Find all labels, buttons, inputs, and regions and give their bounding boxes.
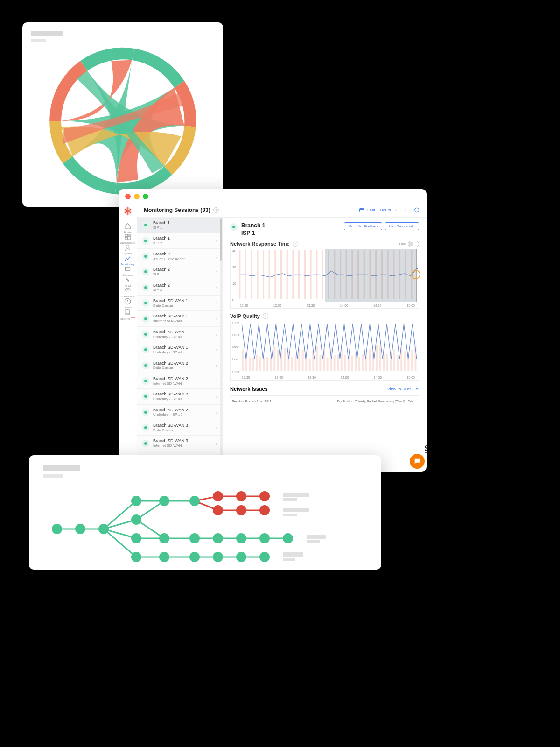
sidenav-item-reports[interactable]: ReportsNEW xyxy=(121,309,135,320)
session-list-item[interactable]: Branch SD-WAN 1Internet SD-WAN› xyxy=(137,311,222,326)
svg-rect-62 xyxy=(351,355,353,371)
sessions-scrollbar[interactable] xyxy=(220,218,222,472)
svg-rect-52 xyxy=(316,346,318,371)
chevron-right-icon: › xyxy=(216,238,217,244)
svg-rect-75 xyxy=(397,355,399,371)
svg-rect-57 xyxy=(334,355,336,371)
chevron-right-icon: › xyxy=(216,425,217,430)
session-name: Branch SD-WAN 1 xyxy=(153,314,216,319)
chevron-right-icon: › xyxy=(216,409,217,415)
session-list-item[interactable]: Branch SD-WAN 3Internet SD-WAN› xyxy=(137,436,222,451)
session-list-item[interactable]: Branch 2ISP 2› xyxy=(137,280,222,296)
session-list-item[interactable]: Branch SD-WAN 3Data Center› xyxy=(137,420,222,436)
session-name: Branch 2 xyxy=(153,283,216,288)
skeleton-label xyxy=(307,535,326,539)
session-name: Branch 2 xyxy=(153,252,216,257)
sidenav-item-agents[interactable]: Agents xyxy=(121,244,135,255)
svg-rect-0 xyxy=(359,209,364,212)
session-name: Branch SD-WAN 1 xyxy=(153,330,216,335)
svg-rect-50 xyxy=(309,359,311,371)
session-sub: Internet SD-WAN xyxy=(153,319,216,324)
sidenav-item-dashboards[interactable]: Dashboards xyxy=(121,233,135,244)
svg-point-121 xyxy=(213,491,223,501)
live-toggle[interactable] xyxy=(408,241,419,247)
skeleton-title xyxy=(43,465,80,471)
window-maximize-dot[interactable] xyxy=(143,194,148,199)
info-icon[interactable]: ? xyxy=(293,241,298,247)
speedtests-icon xyxy=(124,287,132,294)
reports-icon xyxy=(124,309,132,316)
session-list-item[interactable]: Branch SD-WAN 1Underlay - ISP #1› xyxy=(137,327,222,342)
sidenav-label: ReportsNEW xyxy=(120,317,135,320)
svg-rect-34 xyxy=(252,358,254,371)
chevron-right-icon: › xyxy=(216,316,217,322)
sidenav: HomeDashboardsAgentsMonitoringDevicesAPM… xyxy=(119,203,137,472)
issue-row[interactable]: Session: Branch 1 → ISP 1 Duplication (C… xyxy=(230,395,419,407)
voip-quality-chart[interactable]: BestHighMed.LowPoor 12:3013:0013:3014:00… xyxy=(230,321,419,381)
sidenav-item-speedtests[interactable]: Speedtests xyxy=(121,287,135,298)
svg-point-110 xyxy=(98,524,109,534)
svg-rect-58 xyxy=(337,354,339,371)
session-list-item[interactable]: Branch SD-WAN 2Internet SD-WAN› xyxy=(137,374,222,389)
next-range-button[interactable]: › xyxy=(400,207,410,213)
chevron-right-icon: › xyxy=(216,222,217,228)
sidenav-item-monitoring[interactable]: Monitoring xyxy=(121,255,135,266)
svg-rect-5 xyxy=(263,250,264,299)
live-traceroute-button[interactable]: Live Traceroute xyxy=(385,222,419,230)
mute-notifications-button[interactable]: Mute Notifications xyxy=(344,222,382,230)
svg-rect-8 xyxy=(280,250,282,299)
skeleton-title xyxy=(31,31,63,36)
session-sub: ISP 1 xyxy=(153,272,216,277)
status-dot-icon xyxy=(142,362,149,369)
session-list-item[interactable]: Branch SD-WAN 2Underlay - ISP #1› xyxy=(137,389,222,404)
session-list-item[interactable]: Branch 1ISP 2› xyxy=(137,233,222,248)
agents-icon xyxy=(124,244,132,251)
session-name: Branch SD-WAN 2 xyxy=(153,408,216,413)
status-dot-icon xyxy=(142,299,149,307)
session-sub: Internet SD-WAN xyxy=(153,444,216,448)
session-name: Branch SD-WAN 3 xyxy=(153,438,216,444)
session-list-item[interactable]: Branch SD-WAN 2Underlay - ISP #2› xyxy=(137,405,222,420)
session-list-item[interactable]: Branch 2Azure Public Agent› xyxy=(137,249,222,264)
session-name: Branch SD-WAN 2 xyxy=(153,392,216,397)
response-time-chart[interactable]: 4020100 12:3013:0013:3014:0014:3015:00 xyxy=(230,249,419,309)
chat-icon xyxy=(413,458,421,465)
svg-rect-36 xyxy=(259,357,261,371)
time-range-picker[interactable]: Last 3 Hours xyxy=(359,207,391,213)
svg-rect-72 xyxy=(386,353,388,371)
svg-point-129 xyxy=(259,533,270,543)
sidenav-item-apm[interactable]: APM xyxy=(121,276,135,287)
sidenav-item-home[interactable]: Home xyxy=(121,223,135,233)
status-dot-icon xyxy=(142,440,149,447)
session-list-item[interactable]: Branch SD-WAN 1Underlay - ISP #2› xyxy=(137,342,222,358)
skeleton-label xyxy=(283,508,309,512)
refresh-icon[interactable] xyxy=(413,207,420,213)
view-past-issues-link[interactable]: View Past Issues xyxy=(387,387,419,391)
svg-point-117 xyxy=(159,552,169,562)
session-list-item[interactable]: Branch SD-WAN 2Data Center› xyxy=(137,358,222,374)
chat-bubble-button[interactable] xyxy=(410,454,425,469)
chord-diagram-panel xyxy=(22,22,223,207)
sidenav-item-devices[interactable]: Devices xyxy=(121,266,135,276)
prev-range-button[interactable]: ‹ xyxy=(391,207,400,213)
svg-rect-47 xyxy=(298,349,300,371)
session-list-item[interactable]: Branch 2ISP 1› xyxy=(137,264,222,280)
logo-icon xyxy=(123,206,133,216)
network-path-panel xyxy=(29,455,381,570)
window-close-dot[interactable] xyxy=(125,194,131,199)
sidenav-item-issues[interactable]: Issues xyxy=(121,298,135,309)
info-icon[interactable]: ? xyxy=(263,313,268,319)
chevron-right-icon: › xyxy=(216,347,217,352)
svg-point-131 xyxy=(213,552,223,562)
session-name: Branch SD-WAN 3 xyxy=(153,423,216,428)
svg-rect-35 xyxy=(256,354,258,371)
session-sub: Underlay - ISP #2 xyxy=(153,350,216,355)
svg-point-118 xyxy=(189,496,200,506)
session-sub: Underlay - ISP #2 xyxy=(153,412,216,417)
chevron-right-icon: › xyxy=(216,363,217,368)
window-minimize-dot[interactable] xyxy=(134,194,140,199)
session-list-item[interactable]: Branch SD-WAN 1Data Center› xyxy=(137,296,222,311)
info-icon[interactable]: ? xyxy=(213,207,219,213)
session-list-item[interactable]: Branch 1ISP 1› xyxy=(137,218,222,233)
svg-point-114 xyxy=(131,552,141,562)
